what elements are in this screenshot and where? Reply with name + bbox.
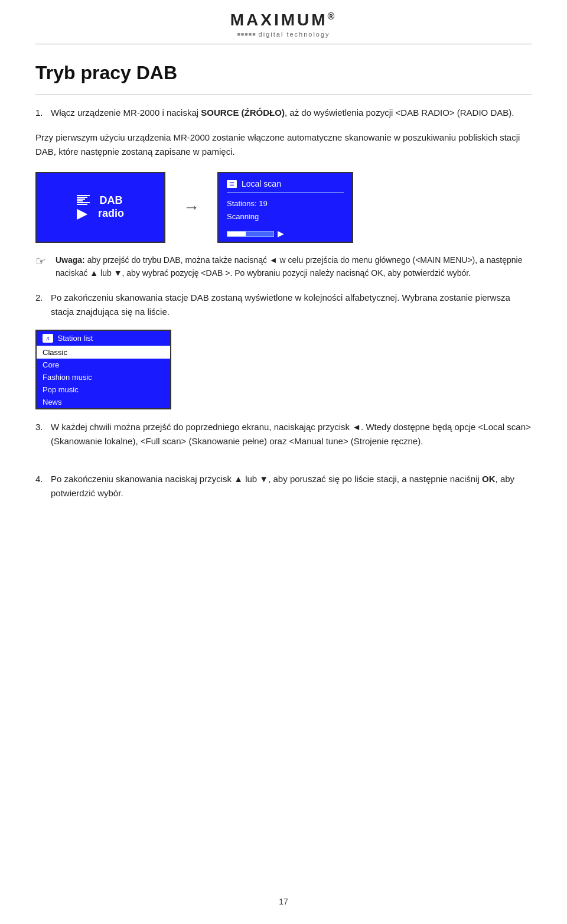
step-3: 3. W każdej chwili można przejść do popr…	[35, 420, 532, 448]
step-4-bold: OK	[482, 474, 496, 484]
signal-bars	[77, 195, 90, 205]
step-1-bold: SOURCE (ŹRÓDŁO)	[201, 108, 285, 118]
dab-text: DAB radio	[98, 194, 124, 220]
page-header: MAXIMUM® ■■■■■ digital technology	[35, 0, 532, 44]
progress-fill	[227, 232, 246, 236]
station-item-core[interactable]: Core	[37, 359, 170, 371]
note-text: Uwaga: aby przejść do trybu DAB, można t…	[56, 253, 532, 280]
screenshots-row: ▶ DAB radio → ☰ Local scan Stations: 19 …	[35, 172, 532, 243]
scanning-label: Scanning	[227, 210, 344, 223]
menu-icon: ☰	[227, 180, 237, 188]
station-item-news[interactable]: News	[37, 396, 170, 408]
stations-count: Stations: 19	[227, 197, 344, 210]
station-item-classic[interactable]: Classic	[37, 346, 170, 359]
scan-title: Local scan	[242, 179, 281, 188]
note-block: ☞ Uwaga: aby przejść do trybu DAB, można…	[35, 253, 532, 280]
step-3-number: 3.	[35, 420, 46, 448]
scan-body: Stations: 19 Scanning ▶	[227, 197, 344, 241]
dots-icon: ■■■■■	[237, 31, 256, 37]
step-2: 2. Po zakończeniu skanowania stacje DAB …	[35, 291, 532, 319]
progress-bar	[227, 231, 274, 237]
page-number: 17	[279, 897, 288, 906]
signal-icon: ▶	[77, 206, 90, 220]
step-1-text: Włącz urządzenie MR-2000 i naciskaj SOUR…	[51, 106, 514, 120]
music-icon: ♬	[43, 334, 53, 343]
step-1: 1. Włącz urządzenie MR-2000 i naciskaj S…	[35, 106, 532, 120]
step-4: 4. Po zakończeniu skanowania naciskaj pr…	[35, 472, 532, 500]
brand-logo: MAXIMUM®	[230, 11, 337, 30]
step-1-number: 1.	[35, 106, 46, 120]
note-label: Uwaga:	[56, 255, 85, 265]
station-list-header: ♬ Station list	[37, 331, 170, 346]
step-2-number: 2.	[35, 291, 46, 319]
station-item-fashion[interactable]: Fashion music	[37, 371, 170, 383]
note-icon: ☞	[35, 254, 50, 268]
intro-paragraph: Przy pierwszym użyciu urządzenia MR-2000…	[35, 131, 532, 159]
station-list-items: Classic Core Fashion music Pop music New…	[37, 346, 170, 408]
step-2-text: Po zakończeniu skanowania stacje DAB zos…	[51, 291, 532, 319]
station-list-title: Station list	[58, 334, 93, 343]
station-item-pop[interactable]: Pop music	[37, 383, 170, 396]
scan-screen-header: ☰ Local scan	[227, 179, 344, 193]
note-content: aby przejść do trybu DAB, można także na…	[56, 255, 522, 278]
step-4-number: 4.	[35, 472, 46, 500]
station-list-screen: ♬ Station list Classic Core Fashion musi…	[35, 330, 171, 409]
arrow-icon: →	[183, 198, 200, 217]
local-scan-screen: ☰ Local scan Stations: 19 Scanning ▶	[217, 172, 353, 243]
section-divider	[35, 95, 532, 95]
dab-radio-screen: ▶ DAB radio	[35, 172, 165, 243]
page-title: Tryb pracy DAB	[35, 62, 532, 84]
step-3-text: W każdej chwili można przejść do poprzed…	[51, 420, 532, 448]
step-4-text: Po zakończeniu skanowania naciskaj przyc…	[51, 472, 532, 500]
scan-arrow-icon: ▶	[278, 227, 284, 241]
brand-subtitle: ■■■■■ digital technology	[237, 31, 330, 38]
dab-icon: ▶	[77, 195, 90, 220]
page-footer: 17	[0, 897, 567, 906]
scan-progress: ▶	[227, 227, 344, 241]
